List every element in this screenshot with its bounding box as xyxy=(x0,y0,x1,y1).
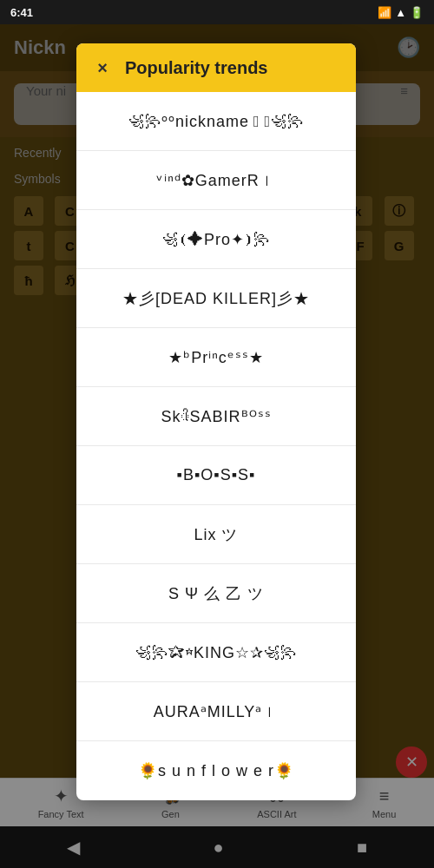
trend-text: AURAᵃMILLYᵃ꒐ xyxy=(154,702,279,721)
trend-text: ꧁꧂✰☆KING☆✰꧁꧂ xyxy=(135,643,297,662)
close-button[interactable]: × xyxy=(90,56,115,80)
list-item[interactable]: ꧁꧂✰☆KING☆✰꧁꧂ xyxy=(76,623,356,682)
trend-text: 🌻s u n f l o w e r🌻 xyxy=(138,761,294,780)
modal-header: × Popularity trends xyxy=(76,43,356,92)
trend-text: Lix ツ xyxy=(194,524,238,545)
trend-text: Sk᭄SABIRᴮᴼˢˢ xyxy=(161,407,271,426)
list-item[interactable]: ▪B▪O▪S▪S▪ xyxy=(76,446,356,505)
trend-list[interactable]: ꧁꧂ᵒᵒnickname ᷊ ᷊꧁꧂ ᵛⁱⁿᵈ✿GamerR꒐ ꧁❨✦Pro✦❩… xyxy=(76,92,356,800)
list-item[interactable]: ᵛⁱⁿᵈ✿GamerR꒐ xyxy=(76,151,356,210)
status-bar: 6:41 📶 ▲ 🔋 xyxy=(0,0,434,24)
trend-text: ꧁❨✦Pro✦❩꧂ xyxy=(162,230,270,249)
trend-text: ▪B▪O▪S▪S▪ xyxy=(177,466,256,484)
list-item[interactable]: S Ψ 么 乙 ツ xyxy=(76,564,356,623)
list-item[interactable]: AURAᵃMILLYᵃ꒐ xyxy=(76,682,356,741)
list-item[interactable]: ★彡[DEAD KILLER]彡★ xyxy=(76,269,356,328)
modal-title: Popularity trends xyxy=(125,58,267,78)
list-item[interactable]: 🌻s u n f l o w e r🌻 xyxy=(76,741,356,800)
battery-icon: 🔋 xyxy=(410,6,424,19)
trend-text: ★ᵇPrⁱⁿcᵉˢˢ★ xyxy=(168,348,264,367)
list-item[interactable]: ★ᵇPrⁱⁿcᵉˢˢ★ xyxy=(76,328,356,387)
list-item[interactable]: ꧁❨✦Pro✦❩꧂ xyxy=(76,210,356,269)
list-item[interactable]: Lix ツ xyxy=(76,505,356,564)
list-item[interactable]: ꧁꧂ᵒᵒnickname ᷊ ᷊꧁꧂ xyxy=(76,92,356,151)
wifi-icon: ▲ xyxy=(395,6,406,19)
list-item[interactable]: Sk᭄SABIRᴮᴼˢˢ xyxy=(76,387,356,446)
trend-text: ꧁꧂ᵒᵒnickname ᷊ ᷊꧁꧂ xyxy=(128,112,304,131)
sim-icon: 📶 xyxy=(378,6,391,19)
popularity-trends-modal: × Popularity trends ꧁꧂ᵒᵒnickname ᷊ ᷊꧁꧂ ᵛ… xyxy=(76,43,356,800)
trend-text: ᵛⁱⁿᵈ✿GamerR꒐ xyxy=(156,171,276,190)
trend-text: ★彡[DEAD KILLER]彡★ xyxy=(122,288,310,309)
trend-text: S Ψ 么 乙 ツ xyxy=(168,583,264,604)
time: 6:41 xyxy=(10,6,33,19)
status-icons: 📶 ▲ 🔋 xyxy=(378,6,424,19)
